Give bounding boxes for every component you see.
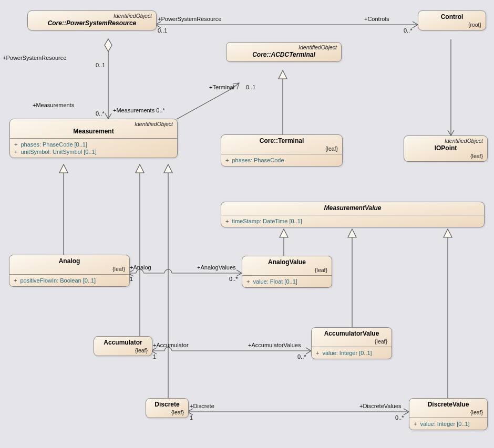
stereotype: IdentifiedObject	[14, 121, 173, 127]
edge-label: +Terminal	[209, 84, 234, 90]
edge-label: 1	[130, 276, 133, 282]
attr: +value: Integer [0..1]	[316, 349, 387, 357]
edge-label: 0..*	[229, 276, 238, 282]
class-name: Discrete	[150, 400, 184, 409]
constraint: {leaf}	[246, 267, 327, 273]
constraint: {leaf}	[14, 266, 125, 272]
edge-label: +PowerSystemResource	[3, 55, 66, 61]
edge-label: 0..*	[297, 353, 306, 360]
constraint: {leaf}	[225, 145, 338, 152]
edge-label: 0..*	[395, 414, 404, 421]
class-name: Core::ACDCTerminal	[231, 50, 337, 59]
class-control[interactable]: Control {root}	[418, 11, 486, 30]
edge-label: +AccumulatorValues	[248, 342, 301, 348]
class-measurement[interactable]: IdentifiedObject Measurement +phases: Ph…	[9, 119, 178, 158]
class-name: Core::PowerSystemResource	[32, 19, 152, 28]
svg-marker-8	[136, 164, 144, 173]
svg-marker-13	[348, 229, 356, 237]
class-name: Accumulator	[98, 338, 148, 347]
edge-label: 0..*	[404, 27, 413, 34]
class-discretevalue[interactable]: DiscreteValue {leaf} +value: Integer [0.…	[409, 398, 488, 430]
edge-label: +AnalogValues	[197, 264, 236, 270]
edge-label: +DiscreteValues	[359, 403, 402, 409]
svg-marker-7	[59, 164, 68, 173]
class-name: Core::Terminal	[225, 137, 338, 145]
attr: +unitSymbol: UnitSymbol [0..1]	[14, 148, 173, 155]
edge-label: +Accumulator	[153, 342, 189, 348]
edge-label: +Discrete	[190, 403, 214, 409]
class-acdcterminal[interactable]: IdentifiedObject Core::ACDCTerminal	[226, 42, 342, 62]
class-terminal[interactable]: Core::Terminal {leaf} +phases: PhaseCode	[221, 134, 343, 166]
edge-label: +Controls	[364, 16, 389, 22]
class-name: AccumulatorValue	[316, 329, 387, 338]
edge-label: 0..*	[96, 110, 105, 117]
stereotype: IdentifiedObject	[231, 44, 337, 50]
svg-marker-15	[444, 229, 452, 237]
edge-label: +Analog	[130, 264, 151, 270]
class-accumulatorvalue[interactable]: AccumulatorValue {leaf} +value: Integer …	[311, 327, 392, 359]
class-name: AnalogValue	[246, 258, 327, 267]
class-name: DiscreteValue	[414, 400, 483, 409]
attr: +phases: PhaseCode [0..1]	[14, 141, 173, 148]
edge-label: 0..1	[96, 62, 105, 68]
constraint: {leaf}	[98, 347, 148, 353]
class-name: Measurement	[14, 127, 173, 136]
edge-label: +Measurements 0..*	[113, 107, 165, 113]
class-measurementvalue[interactable]: MeasurementValue +timeStamp: DateTime [0…	[221, 202, 485, 227]
class-discrete[interactable]: Discrete {leaf}	[146, 398, 189, 418]
constraint: {leaf}	[414, 409, 483, 415]
svg-marker-4	[279, 70, 287, 79]
constraint: {leaf}	[408, 153, 483, 159]
edge-label: 1	[153, 353, 156, 360]
class-powersystemresource[interactable]: IdentifiedObject Core::PowerSystemResour…	[27, 11, 157, 30]
class-name: IOPoint	[408, 144, 483, 153]
attr: +value: Float [0..1]	[246, 278, 327, 285]
constraint: {leaf}	[150, 409, 184, 415]
svg-marker-11	[280, 229, 288, 237]
class-name: MeasurementValue	[225, 204, 480, 213]
constraint: {root}	[423, 22, 481, 28]
stereotype: IdentifiedObject	[32, 13, 152, 19]
class-analog[interactable]: Analog {leaf} +positiveFlowIn: Boolean […	[9, 255, 130, 287]
class-name: Control	[423, 13, 481, 22]
svg-marker-9	[164, 164, 172, 173]
edge-label: +Measurements	[33, 102, 74, 108]
class-iopoint[interactable]: IdentifiedObject IOPoint {leaf}	[404, 136, 488, 162]
class-name: Analog	[14, 257, 125, 266]
edge-label: 0..1	[246, 84, 255, 90]
attr: +phases: PhaseCode	[225, 157, 338, 164]
stereotype: IdentifiedObject	[408, 138, 483, 144]
constraint: {leaf}	[316, 338, 387, 345]
attr: +positiveFlowIn: Boolean [0..1]	[14, 277, 125, 284]
class-accumulator[interactable]: Accumulator {leaf}	[94, 336, 152, 356]
edge-label: 1	[190, 414, 193, 421]
edge-label: +PowerSystemResource	[158, 16, 221, 22]
svg-marker-1	[105, 39, 112, 51]
attr: +value: Integer [0..1]	[414, 420, 483, 428]
edge-label: 0..1	[158, 27, 167, 34]
class-analogvalue[interactable]: AnalogValue {leaf} +value: Float [0..1]	[242, 256, 332, 288]
attr: +timeStamp: DateTime [0..1]	[225, 217, 480, 225]
